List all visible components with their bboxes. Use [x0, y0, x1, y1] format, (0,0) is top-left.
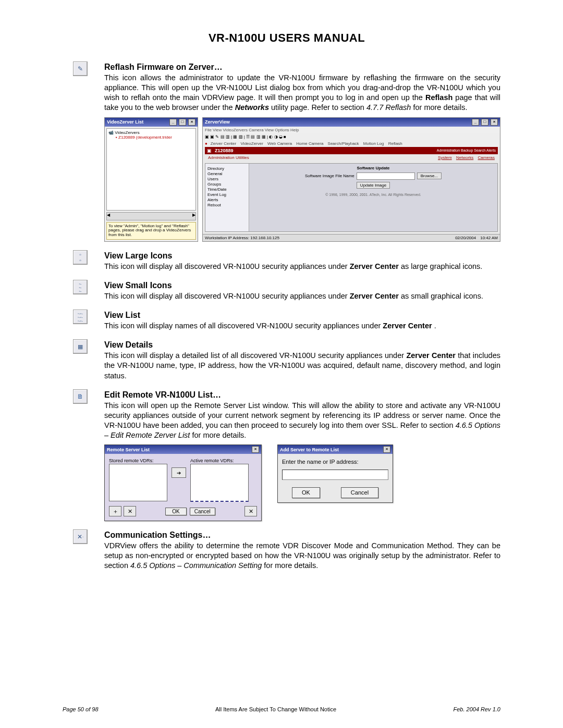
zerverview-window: ZerverView _ □ × File View VideoZervers … — [202, 117, 500, 242]
tab-motion-log[interactable]: Motion Log — [363, 141, 384, 146]
figure-remote-list: Remote Server List × Stored remote VDRs:… — [104, 445, 500, 521]
large-icons-icon: ▫▫ — [73, 250, 88, 265]
sidebar-item-alerts[interactable]: Alerts — [207, 198, 247, 202]
scrollbar[interactable]: ◀▶ — [106, 212, 196, 220]
sidebar-item-reboot[interactable]: Reboot — [207, 203, 247, 207]
section-body: This icon allows the administrator to up… — [104, 73, 500, 113]
section-comm-settings: ✕· Communication Settings… VDRView offer… — [73, 530, 500, 571]
minimize-icon[interactable]: _ — [169, 119, 177, 126]
section-body: This icon will display all discovered VR… — [104, 291, 500, 301]
sw-filename-input[interactable] — [357, 172, 415, 180]
vzlist-title: VideoZerver List — [107, 119, 143, 125]
maximize-icon[interactable]: □ — [481, 119, 488, 126]
software-update-title: Software Update — [251, 166, 495, 170]
close-icon[interactable]: × — [383, 446, 390, 453]
cancel-button[interactable]: Cancel — [190, 508, 215, 515]
admin-sidebar: Directory General Users Groups Time/Date… — [205, 164, 249, 231]
section-body: VDRView offers the ability to determine … — [104, 541, 500, 571]
maximize-icon[interactable]: □ — [179, 119, 186, 126]
section-heading: Edit Remote VR-N100U List… — [104, 390, 500, 400]
section-heading: View Details — [104, 340, 500, 350]
comm-settings-icon: ✕· — [73, 529, 88, 544]
sidebar-item-users[interactable]: Users — [207, 177, 247, 181]
sw-label: Software Image File Name — [305, 174, 354, 178]
section-small-icons: ▫-▫-▫- View Small Icons This icon will d… — [73, 281, 500, 301]
stored-label: Stored remote VDRs: — [109, 458, 167, 463]
zerver-name: Z120889 — [215, 148, 234, 153]
zerver-toplinks[interactable]: Administration Backup Search Alerts — [437, 149, 496, 152]
sidebar-item-general[interactable]: General — [207, 171, 247, 176]
dlg1-title: Remote Server List — [107, 447, 150, 452]
add-server-dialog: Add Server to Remote List × Enter the na… — [277, 445, 393, 503]
details-icon: ▦ — [73, 339, 88, 354]
tab-home-camera[interactable]: Home Camera — [296, 141, 323, 146]
minimize-icon[interactable]: _ — [472, 119, 479, 126]
section-edit-remote: 🗎 Edit Remote VR-N100U List… This icon w… — [73, 390, 500, 522]
section-heading: Reflash Firmware on Zerver… — [104, 63, 500, 72]
section-body: This icon will display names of all disc… — [104, 321, 500, 331]
close-icon[interactable]: × — [252, 446, 259, 453]
remote-server-list-dialog: Remote Server List × Stored remote VDRs:… — [104, 445, 262, 521]
videozerver-list-window: VideoZerver List _ □ × 📹 VideoZervers ▪ … — [104, 117, 198, 242]
page-title: VR-N100U USERS MANUAL — [73, 31, 500, 45]
browse-button[interactable]: Browse... — [417, 172, 442, 179]
section-body: This icon will display all discovered VR… — [104, 262, 500, 272]
update-image-button[interactable]: Update Image — [357, 182, 390, 189]
section-details: ▦ View Details This icon will display a … — [73, 340, 500, 380]
section-heading: View Small Icons — [104, 281, 500, 290]
section-body: This icon will display a detailed list o… — [104, 351, 500, 380]
link-cameras[interactable]: Cameras — [478, 155, 495, 160]
footer-rev: Feb. 2004 Rev 1.0 — [453, 706, 500, 712]
sidebar-item-groups[interactable]: Groups — [207, 182, 247, 187]
ok-button[interactable]: OK — [292, 487, 320, 498]
close-icon[interactable]: × — [491, 119, 498, 126]
link-networks[interactable]: Networks — [456, 155, 473, 160]
footer-notice: All Items Are Subject To Change Without … — [215, 706, 336, 712]
tab-bar[interactable]: ●Zerver Center VideoZerver Web Camera Ho… — [203, 140, 500, 147]
move-right-button[interactable]: ➔ — [172, 467, 186, 478]
tab-videozerver[interactable]: VideoZerver — [240, 141, 263, 146]
section-reflash: ✎ Reflash Firmware on Zerver… This icon … — [73, 63, 500, 242]
active-label: Active remote VDRs: — [190, 458, 249, 463]
section-heading: View List — [104, 311, 500, 320]
close-icon[interactable]: × — [188, 119, 195, 126]
section-body: This icon will open up the Remote Server… — [104, 401, 500, 441]
tab-zerver-center[interactable]: Zerver Center — [211, 141, 236, 146]
mainwin-title: ZerverView — [205, 119, 230, 125]
cancel-button[interactable]: Cancel — [341, 487, 378, 498]
ip-prompt: Enter the name or IP address: — [282, 458, 388, 466]
copyright-text: © 1998, 1999, 2000, 2001. ATech, Inc. Al… — [251, 193, 495, 196]
status-bar: Workstation IP Address: 192.168.10.125 0… — [203, 234, 500, 241]
ip-input[interactable] — [282, 470, 388, 480]
sidebar-item-eventlog[interactable]: Event Log — [207, 192, 247, 197]
small-icons-icon: ▫-▫-▫- — [73, 280, 88, 294]
vzlist-hint: To view "Admin", "Motion log" and "Refla… — [106, 222, 196, 240]
admin-utilities-label: Administration Utilities — [208, 155, 249, 160]
footer-page: Page 50 of 98 — [63, 706, 99, 712]
remove-server-button[interactable]: ✕ — [124, 506, 136, 516]
tab-web-camera[interactable]: Web Camera — [267, 141, 292, 146]
menubar[interactable]: File View VideoZervers Camera View Optio… — [203, 127, 500, 133]
tab-search-playback[interactable]: Search/Playback — [328, 141, 359, 146]
sidebar-item-directory[interactable]: Directory — [207, 166, 247, 171]
section-list: ▫-▫-▫-▫-▫-▫- View List This icon will di… — [73, 311, 500, 331]
list-icon: ▫-▫-▫-▫-▫-▫- — [73, 310, 88, 324]
figure-reflash: VideoZerver List _ □ × 📹 VideoZervers ▪ … — [104, 117, 500, 242]
vzlist-tree[interactable]: 📹 VideoZervers ▪ Z120889 (development.tr… — [106, 128, 196, 211]
page-footer: Page 50 of 98 All Items Are Subject To C… — [63, 706, 500, 712]
tab-reflash[interactable]: Reflash — [388, 141, 402, 146]
section-heading: View Large Icons — [104, 251, 500, 261]
toolbar[interactable]: ▣ ▣ ✎ ▤ ▥ | ▦ ▧ | ☰ ▤ ▥ ▦ | ◐ ◑ ◒ ■ — [203, 133, 500, 140]
dlg2-title: Add Server to Remote List — [280, 447, 339, 452]
sidebar-item-timedate[interactable]: Time/Date — [207, 187, 247, 192]
section-heading: Communication Settings… — [104, 530, 500, 540]
section-large-icons: ▫▫ View Large Icons This icon will displ… — [73, 251, 500, 272]
add-server-button[interactable]: ＋ — [109, 506, 121, 516]
reflash-icon: ✎ — [73, 61, 88, 76]
ok-button[interactable]: OK — [165, 508, 186, 515]
edit-remote-icon: 🗎 — [73, 389, 88, 404]
clear-active-button[interactable]: ✕ — [244, 506, 257, 516]
link-system[interactable]: System — [438, 155, 452, 160]
active-listbox[interactable] — [190, 464, 249, 502]
stored-listbox[interactable] — [109, 464, 167, 501]
